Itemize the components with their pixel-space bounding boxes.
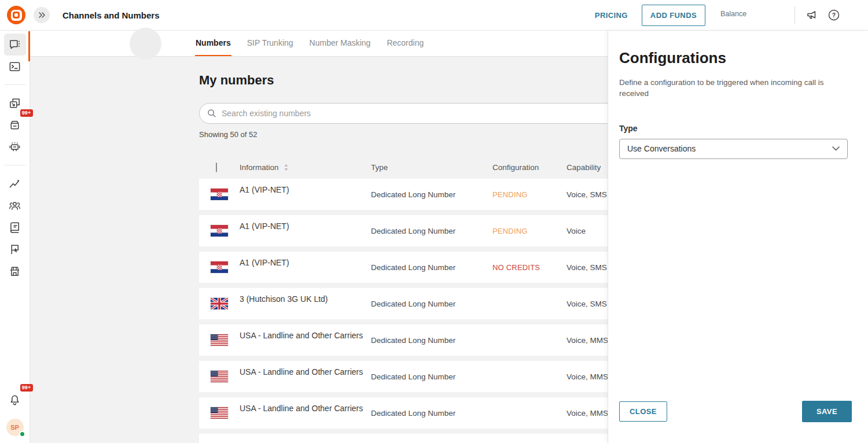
tab-number-masking[interactable]: Number Masking <box>309 31 372 56</box>
channel-avatar-peek <box>130 28 161 60</box>
number-type: Dedicated Long Number <box>371 372 492 381</box>
sidebar-item-answers[interactable]: 99+ <box>4 114 26 136</box>
sidebar-divider <box>5 84 25 85</box>
notifications-badge: 99+ <box>20 384 33 392</box>
select-all-checkbox[interactable] <box>216 163 217 172</box>
sidebar-item-people[interactable] <box>4 194 26 216</box>
people-icon <box>8 199 21 212</box>
type-field-label: Type <box>619 124 848 133</box>
app-sidebar: 99+ <box>0 31 30 443</box>
online-status-dot <box>19 431 25 437</box>
number-name: A1 (VIP-NET) <box>240 252 371 267</box>
tab-numbers[interactable]: Numbers <box>195 31 231 56</box>
flag-us-icon <box>199 407 240 419</box>
sidebar-item-analytics[interactable] <box>4 172 26 194</box>
answers-badge: 99+ <box>20 109 33 117</box>
sidebar-item-moments[interactable] <box>4 238 26 260</box>
panel-footer: CLOSE SAVE <box>619 401 852 422</box>
svg-text:?: ? <box>832 12 836 19</box>
megaphone-icon <box>805 8 819 22</box>
add-funds-button[interactable]: ADD FUNDS <box>642 5 705 26</box>
number-name: USA - Landline and Other Carriers <box>240 361 371 376</box>
sidebar-item-developer-tools[interactable] <box>4 56 26 77</box>
sidebar-bottom: 99+ SP <box>4 389 26 443</box>
number-name: A1 (VIP-NET) <box>240 179 371 194</box>
column-type: Type <box>371 163 492 172</box>
save-button[interactable]: SAVE <box>802 401 852 422</box>
flag-gb-icon <box>199 298 240 309</box>
inbox-box-icon <box>8 119 21 132</box>
double-chevron-right-icon <box>37 10 46 20</box>
type-select-value: Use Conversations <box>627 144 696 153</box>
page-title: Channels and Numbers <box>62 10 160 20</box>
topbar-divider <box>795 6 795 24</box>
flag-hr-icon <box>199 189 240 200</box>
robot-icon <box>8 141 21 154</box>
number-type: Dedicated Long Number <box>371 227 492 235</box>
number-name: USA - Landline and Other Carriers <box>240 397 371 413</box>
sidebar-divider <box>5 165 25 165</box>
app-screen: Channels and Numbers PRICING ADD FUNDS B… <box>0 0 868 443</box>
flag-us-icon <box>199 371 240 382</box>
number-type: Dedicated Long Number <box>371 336 492 345</box>
question-circle-icon: ? <box>827 8 841 22</box>
number-name: A1 (VIP-NET) <box>240 215 371 231</box>
sort-icon[interactable] <box>284 164 289 171</box>
avatar-initials: SP <box>10 424 19 431</box>
channels-chat-icon <box>8 38 21 51</box>
column-information: Information <box>240 163 279 172</box>
chevron-down-icon <box>832 146 840 151</box>
panel-title: Configurations <box>619 49 848 67</box>
number-name: 3 (Hutchison 3G UK Ltd) <box>240 288 371 304</box>
number-type: Dedicated Long Number <box>371 300 492 308</box>
announcements-button[interactable] <box>804 8 819 23</box>
balance-block: Balance <box>720 5 785 18</box>
number-type: Dedicated Long Number <box>371 190 492 199</box>
top-bar: Channels and Numbers PRICING ADD FUNDS B… <box>0 0 868 31</box>
flag-us-icon <box>199 334 240 346</box>
storefront-icon <box>8 265 21 278</box>
terminal-icon <box>8 60 21 73</box>
active-indicator <box>28 31 30 61</box>
tab-recording[interactable]: Recording <box>386 31 424 56</box>
help-button[interactable]: ? <box>826 8 841 23</box>
search-icon <box>207 108 217 119</box>
column-configuration: Configuration <box>492 163 567 172</box>
flag-hr-icon <box>199 261 240 273</box>
pricing-link[interactable]: PRICING <box>595 11 628 20</box>
configurations-panel: Configurations Define a configuration to… <box>608 31 868 443</box>
flag-hr-icon <box>199 225 240 237</box>
infobip-logo-icon[interactable] <box>7 6 25 24</box>
configuration-status: PENDING <box>492 227 567 235</box>
type-select[interactable]: Use Conversations <box>619 139 848 159</box>
sidebar-item-catalog[interactable] <box>4 216 26 238</box>
line-chart-icon <box>8 177 21 190</box>
tab-sip-trunking[interactable]: SIP Trunking <box>247 31 294 56</box>
bell-icon <box>8 393 21 407</box>
number-type: Dedicated Long Number <box>371 409 492 418</box>
sidebar-item-exchange[interactable] <box>4 260 26 282</box>
flag-cursor-icon <box>8 243 21 256</box>
panel-description: Define a configuration to be triggered w… <box>619 77 838 99</box>
number-name: USA - Landline and Other Carriers <box>240 324 371 340</box>
sidebar-item-chatbots[interactable] <box>4 136 26 158</box>
close-button[interactable]: CLOSE <box>619 401 667 422</box>
sidebar-collapse-button[interactable] <box>34 7 50 23</box>
conversations-icon <box>8 97 21 110</box>
configuration-status: NO CREDITS <box>492 263 567 272</box>
balance-label: Balance <box>720 10 785 18</box>
user-avatar[interactable]: SP <box>6 419 24 436</box>
topbar-actions: PRICING ADD FUNDS Balance ? <box>595 5 868 26</box>
sidebar-item-channels[interactable] <box>4 34 26 56</box>
configuration-status: PENDING <box>492 190 567 199</box>
number-type: Dedicated Long Number <box>371 263 492 272</box>
notifications-button[interactable]: 99+ <box>4 389 26 411</box>
book-icon <box>8 221 21 234</box>
